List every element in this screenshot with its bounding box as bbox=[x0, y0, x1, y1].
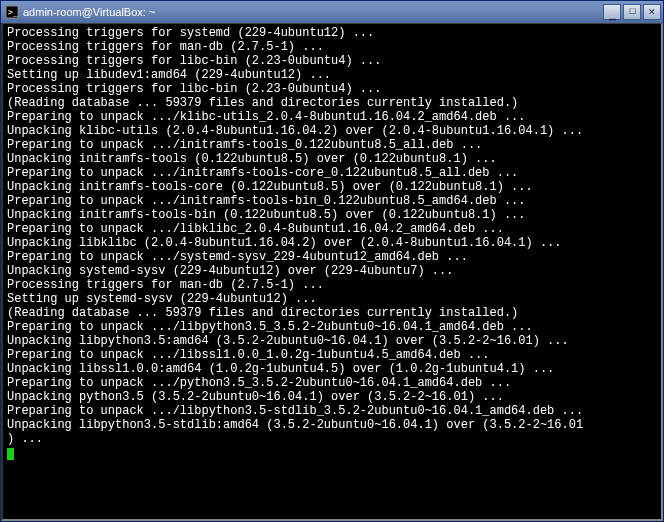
terminal-line: Processing triggers for man-db (2.7.5-1)… bbox=[7, 278, 657, 292]
terminal-line: Preparing to unpack .../libssl1.0.0_1.0.… bbox=[7, 348, 657, 362]
maximize-button[interactable]: ☐ bbox=[623, 4, 641, 20]
terminal-window: >_ admin-room@VirtualBox: ~ ▁ ☐ ✕ Proces… bbox=[0, 0, 664, 522]
terminal-line: Preparing to unpack .../initramfs-tools_… bbox=[7, 138, 657, 152]
terminal-line: Preparing to unpack .../python3.5_3.5.2-… bbox=[7, 376, 657, 390]
title-bar[interactable]: >_ admin-room@VirtualBox: ~ ▁ ☐ ✕ bbox=[1, 1, 663, 23]
terminal-icon: >_ bbox=[5, 5, 19, 19]
close-button[interactable]: ✕ bbox=[643, 4, 661, 20]
terminal-line: Unpacking initramfs-tools (0.122ubuntu8.… bbox=[7, 152, 657, 166]
window-controls: ▁ ☐ ✕ bbox=[603, 4, 661, 20]
terminal-line: Unpacking libpython3.5:amd64 (3.5.2-2ubu… bbox=[7, 334, 657, 348]
terminal-line: Setting up libudev1:amd64 (229-4ubuntu12… bbox=[7, 68, 657, 82]
terminal-line: Preparing to unpack .../libpython3.5-std… bbox=[7, 404, 657, 418]
terminal-line: Unpacking initramfs-tools-core (0.122ubu… bbox=[7, 180, 657, 194]
minimize-button[interactable]: ▁ bbox=[603, 4, 621, 20]
terminal-line: Unpacking python3.5 (3.5.2-2ubuntu0~16.0… bbox=[7, 390, 657, 404]
terminal-output[interactable]: Processing triggers for systemd (229-4ub… bbox=[1, 23, 663, 521]
terminal-line: Setting up systemd-sysv (229-4ubuntu12) … bbox=[7, 292, 657, 306]
terminal-line: (Reading database ... 59379 files and di… bbox=[7, 96, 657, 110]
terminal-line: Processing triggers for libc-bin (2.23-0… bbox=[7, 82, 657, 96]
terminal-line: Unpacking initramfs-tools-bin (0.122ubun… bbox=[7, 208, 657, 222]
terminal-line: Preparing to unpack .../initramfs-tools-… bbox=[7, 166, 657, 180]
terminal-line: Processing triggers for libc-bin (2.23-0… bbox=[7, 54, 657, 68]
terminal-line: Preparing to unpack .../libklibc_2.0.4-8… bbox=[7, 222, 657, 236]
cursor bbox=[7, 448, 14, 460]
terminal-line: Preparing to unpack .../klibc-utils_2.0.… bbox=[7, 110, 657, 124]
svg-text:>_: >_ bbox=[8, 8, 18, 17]
terminal-line: Unpacking klibc-utils (2.0.4-8ubuntu1.16… bbox=[7, 124, 657, 138]
terminal-line: Unpacking systemd-sysv (229-4ubuntu12) o… bbox=[7, 264, 657, 278]
terminal-line: Processing triggers for man-db (2.7.5-1)… bbox=[7, 40, 657, 54]
terminal-line: Preparing to unpack .../systemd-sysv_229… bbox=[7, 250, 657, 264]
terminal-line: Unpacking libssl1.0.0:amd64 (1.0.2g-1ubu… bbox=[7, 362, 657, 376]
terminal-line: Preparing to unpack .../initramfs-tools-… bbox=[7, 194, 657, 208]
window-title: admin-room@VirtualBox: ~ bbox=[23, 6, 603, 18]
terminal-line: Unpacking libpython3.5-stdlib:amd64 (3.5… bbox=[7, 418, 657, 432]
terminal-cursor-line bbox=[7, 446, 657, 460]
terminal-line: Processing triggers for systemd (229-4ub… bbox=[7, 26, 657, 40]
terminal-line: (Reading database ... 59379 files and di… bbox=[7, 306, 657, 320]
terminal-line: Preparing to unpack .../libpython3.5_3.5… bbox=[7, 320, 657, 334]
terminal-line: ) ... bbox=[7, 432, 657, 446]
terminal-line: Unpacking libklibc (2.0.4-8ubuntu1.16.04… bbox=[7, 236, 657, 250]
